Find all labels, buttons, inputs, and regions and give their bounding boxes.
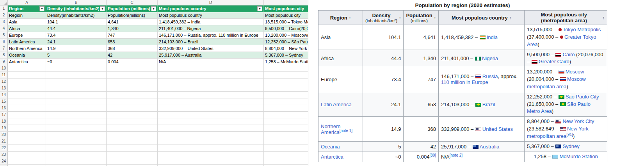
column-letter-c[interactable]: C xyxy=(107,0,158,5)
sheet-cell[interactable]: Latin America xyxy=(8,39,46,45)
sheet-cell[interactable] xyxy=(46,138,107,145)
sheet-cell[interactable] xyxy=(46,98,107,105)
sheet-cell[interactable]: Europe xyxy=(8,32,46,39)
sheet-cell[interactable] xyxy=(107,72,158,79)
sheet-cell[interactable] xyxy=(8,72,46,79)
row-number[interactable]: 24 xyxy=(0,158,8,165)
sheet-cell[interactable] xyxy=(46,158,107,165)
city-link[interactable]: Cairo xyxy=(562,52,575,57)
column-letter-d[interactable]: D xyxy=(158,0,264,5)
row-number[interactable]: 18 xyxy=(0,118,8,125)
row-number[interactable]: 17 xyxy=(0,112,8,118)
sheet-cell[interactable] xyxy=(8,65,46,72)
sheet-cell[interactable]: Asia xyxy=(8,19,46,25)
country-link[interactable]: United States xyxy=(482,126,513,132)
row-number[interactable]: 15 xyxy=(0,98,8,105)
row-number[interactable]: 16 xyxy=(0,105,8,112)
row-number[interactable]: 13 xyxy=(0,85,8,92)
region-link[interactable]: Antarctica xyxy=(321,154,343,160)
ref-link[interactable]: [89] xyxy=(429,153,436,157)
sheet-cell[interactable] xyxy=(264,98,308,105)
sheet-cell[interactable] xyxy=(158,152,264,158)
sheet-cell[interactable] xyxy=(107,152,158,158)
row-number[interactable]: 14 xyxy=(0,92,8,98)
sheet-cell[interactable]: 25,917,000 – Australia xyxy=(158,52,264,59)
sheet-cell[interactable]: 104.1 xyxy=(46,19,107,25)
sheet-header-cell[interactable]: Population (millions) ▼ xyxy=(107,5,158,12)
city-link[interactable]: Tokyo Metropolis xyxy=(563,27,601,32)
sheet-cell[interactable]: 1,258 – McMurdo Station xyxy=(264,59,308,65)
header-city[interactable]: Most populous city (metropolitan area)↕ xyxy=(525,11,607,25)
sheet-cell[interactable] xyxy=(46,118,107,125)
row-number[interactable]: 11 xyxy=(0,72,8,79)
sheet-cell[interactable] xyxy=(264,138,308,145)
country-link[interactable]: India xyxy=(487,34,498,40)
sheet-cell[interactable]: 44.4 xyxy=(46,25,107,32)
sheet-cell[interactable] xyxy=(158,98,264,105)
column-letter-b[interactable]: B xyxy=(46,0,107,5)
sheet-cell[interactable] xyxy=(8,105,46,112)
country-link[interactable]: Brazil xyxy=(482,102,495,107)
sheet-cell[interactable]: 4,641 xyxy=(107,19,158,25)
sheet-cell[interactable]: 14.9 xyxy=(46,45,107,52)
sheet-cell[interactable] xyxy=(264,158,308,165)
sheet-cell[interactable]: Most populous country xyxy=(158,12,264,19)
header-population[interactable]: Population(millions) ↕ xyxy=(404,11,439,25)
sheet-cell[interactable] xyxy=(264,152,308,158)
sheet-cell[interactable] xyxy=(107,158,158,165)
row-number[interactable]: 21 xyxy=(0,138,8,145)
sheet-cell[interactable] xyxy=(8,152,46,158)
sheet-header-cell[interactable]: Region ▼ xyxy=(8,5,46,12)
sheet-cell[interactable] xyxy=(158,79,264,85)
sheet-cell[interactable] xyxy=(46,65,107,72)
sheet-cell[interactable] xyxy=(8,118,46,125)
column-letter-e[interactable]: E xyxy=(264,0,308,5)
sheet-cell[interactable] xyxy=(46,125,107,132)
filter-button[interactable]: ▼ xyxy=(100,6,105,11)
filter-button[interactable]: ▼ xyxy=(151,6,156,11)
sheet-cell[interactable]: 211,401,000 – Nigeria xyxy=(158,25,264,32)
sheet-cell[interactable] xyxy=(107,132,158,138)
sheet-cell[interactable] xyxy=(107,125,158,132)
sheet-cell[interactable]: 368 xyxy=(107,45,158,52)
sort-icon[interactable]: ↕ xyxy=(509,15,512,20)
row-number[interactable]: 8 xyxy=(0,52,8,59)
row-number[interactable]: 6 xyxy=(0,39,8,45)
sheet-cell[interactable]: 73.4 xyxy=(46,32,107,39)
row-number[interactable]: 7 xyxy=(0,45,8,52)
sheet-cell[interactable] xyxy=(158,158,264,165)
filter-button[interactable]: ▼ xyxy=(257,6,262,11)
country-link[interactable]: Nigeria xyxy=(482,55,498,61)
sheet-cell[interactable] xyxy=(107,92,158,98)
sheet-cell[interactable] xyxy=(46,85,107,92)
sheet-cell[interactable] xyxy=(158,65,264,72)
header-country[interactable]: Most populous country↕ xyxy=(439,11,525,25)
sheet-cell[interactable] xyxy=(158,125,264,132)
sheet-cell[interactable]: 0.004 xyxy=(107,59,158,65)
row-number[interactable]: 23 xyxy=(0,152,8,158)
country-link[interactable]: Russia xyxy=(482,73,498,79)
sheet-cell[interactable] xyxy=(158,105,264,112)
sheet-cell[interactable]: Oceania xyxy=(8,52,46,59)
sheet-cell[interactable] xyxy=(264,125,308,132)
row-number[interactable]: 10 xyxy=(0,65,8,72)
sheet-cell[interactable] xyxy=(8,92,46,98)
row-number[interactable]: 20 xyxy=(0,132,8,138)
city-link[interactable]: New York City xyxy=(562,118,594,124)
sheet-cell[interactable] xyxy=(264,105,308,112)
sheet-cell[interactable]: 332,909,000 – United States xyxy=(158,45,264,52)
row-number[interactable]: 2 xyxy=(0,12,8,19)
sheet-cell[interactable] xyxy=(46,92,107,98)
sheet-cell[interactable] xyxy=(264,145,308,152)
sheet-cell[interactable] xyxy=(158,145,264,152)
sheet-cell[interactable] xyxy=(158,132,264,138)
sheet-cell[interactable] xyxy=(46,72,107,79)
city-link[interactable]: São Paulo City xyxy=(566,94,599,100)
sheet-cell[interactable] xyxy=(264,132,308,138)
sheet-cell[interactable] xyxy=(158,92,264,98)
sheet-cell[interactable] xyxy=(8,79,46,85)
sheet-cell[interactable] xyxy=(107,118,158,125)
sheet-cell[interactable] xyxy=(107,98,158,105)
sheet-cell[interactable]: 24.1 xyxy=(46,39,107,45)
row-number[interactable]: 12 xyxy=(0,79,8,85)
